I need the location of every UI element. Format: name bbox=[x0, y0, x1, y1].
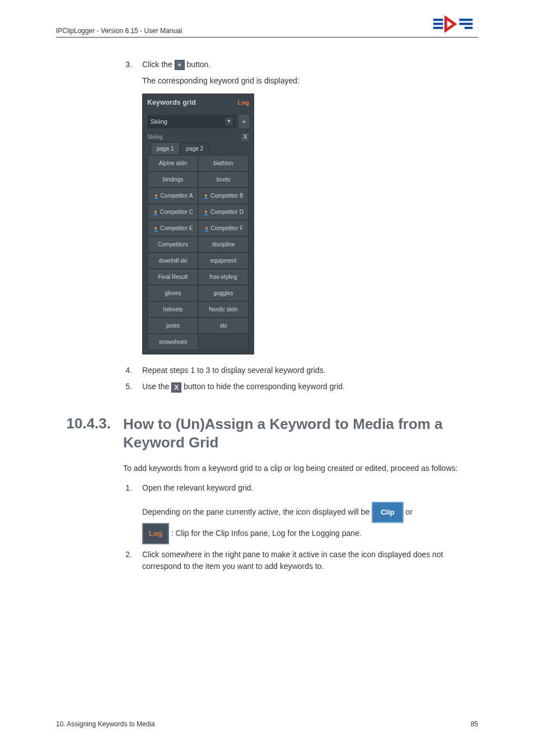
close-x-icon: X bbox=[171, 382, 181, 393]
grid-select-value: Skiing bbox=[151, 117, 167, 127]
keyword-cell[interactable]: bindings bbox=[148, 171, 198, 188]
keyword-label: Competitors bbox=[158, 240, 188, 249]
keyword-label: Competitor A bbox=[161, 192, 193, 200]
person-icon bbox=[203, 193, 209, 199]
panel-title: Keywords grid bbox=[147, 97, 196, 108]
keyword-cell[interactable]: poles bbox=[148, 318, 198, 334]
step-a: 1. Open the relevant keyword grid. Depen… bbox=[123, 482, 478, 544]
grid-select[interactable]: Skiing ▼ bbox=[147, 115, 236, 129]
keyword-cell[interactable]: Competitor D bbox=[198, 204, 249, 220]
keyword-label: Final Result bbox=[158, 273, 188, 281]
keyword-label: ski bbox=[220, 321, 227, 330]
keyword-cell[interactable]: Competitor A bbox=[148, 188, 198, 204]
keyword-cell[interactable]: Competitors bbox=[148, 236, 198, 253]
keyword-label: biathlon bbox=[213, 159, 233, 167]
svg-point-8 bbox=[154, 211, 157, 213]
keyword-cell[interactable]: ski bbox=[198, 318, 249, 334]
close-grid-button[interactable]: X bbox=[241, 133, 249, 141]
keyword-cell[interactable]: Competitor C bbox=[148, 204, 198, 220]
keyword-cell[interactable]: helmets bbox=[148, 301, 198, 318]
keyword-label: Competitor E bbox=[160, 224, 193, 232]
page-header: IPClipLogger - Version 6.15 - User Manua… bbox=[56, 27, 478, 38]
keyword-label: Nordic skiin bbox=[209, 305, 238, 314]
svg-rect-5 bbox=[465, 27, 472, 29]
keyword-label: Competitor C bbox=[160, 208, 193, 216]
plus-icon: + bbox=[175, 60, 185, 70]
step-subtext: The corresponding keyword grid is displa… bbox=[142, 75, 478, 87]
keyword-label: equipment bbox=[210, 256, 237, 265]
keyword-cell[interactable]: downhill ski bbox=[148, 253, 198, 269]
step-number: 1. bbox=[123, 482, 132, 544]
footer-left: 10. Assigning Keywords to Media bbox=[56, 720, 155, 728]
depending-mid: or bbox=[406, 507, 413, 516]
log-label: Log bbox=[238, 98, 249, 108]
footer-page-number: 85 bbox=[471, 720, 478, 728]
svg-rect-2 bbox=[433, 27, 443, 29]
step-text-after: button to hide the corresponding keyword… bbox=[184, 382, 345, 391]
keyword-label: discipline bbox=[212, 240, 235, 249]
svg-rect-4 bbox=[459, 23, 472, 25]
person-icon bbox=[204, 226, 209, 231]
depending-before: Depending on the pane currently active, … bbox=[142, 507, 372, 516]
step-3: 3. Click the + button. The corresponding… bbox=[123, 59, 478, 354]
keyword-cell[interactable]: gloves bbox=[148, 285, 198, 301]
person-icon bbox=[153, 226, 158, 231]
step-text: Click somewhere in the right pane to mak… bbox=[142, 549, 478, 572]
step-text-before: Use the bbox=[142, 382, 171, 391]
page-footer: 10. Assigning Keywords to Media 85 bbox=[56, 720, 478, 728]
keyword-cell[interactable]: Competitor E bbox=[148, 220, 198, 236]
step-number: 4. bbox=[123, 365, 132, 376]
step-text-before: Click the bbox=[142, 60, 175, 69]
step-text-after: button. bbox=[186, 60, 210, 69]
keyword-label: goggles bbox=[213, 289, 233, 297]
keyword-label: helmets bbox=[163, 305, 182, 314]
keyword-cell[interactable]: discipline bbox=[198, 236, 249, 253]
keyword-label: downhill ski bbox=[158, 256, 187, 265]
tab-page-1[interactable]: page 1 bbox=[151, 142, 180, 155]
keyword-cell[interactable]: Competitor B bbox=[198, 188, 249, 204]
depending-after: : Clip for the Clip Infos pane, Log for … bbox=[171, 529, 362, 538]
keyword-cell[interactable]: boots bbox=[198, 171, 249, 188]
svg-point-10 bbox=[154, 227, 157, 229]
svg-point-11 bbox=[205, 227, 208, 229]
person-icon bbox=[153, 193, 159, 199]
keyword-cell[interactable]: free-styling bbox=[198, 269, 249, 285]
add-grid-button[interactable]: + bbox=[239, 115, 249, 129]
log-badge: Log bbox=[142, 523, 169, 544]
keyword-label: Alpine skiin bbox=[159, 159, 188, 167]
evs-logo bbox=[433, 16, 478, 35]
keyword-cell[interactable]: snowshoes bbox=[148, 334, 198, 350]
step-4: 4. Repeat steps 1 to 3 to display severa… bbox=[123, 365, 478, 376]
keyword-cell[interactable]: biathlon bbox=[198, 155, 249, 171]
keyword-cell[interactable]: Final Result bbox=[148, 269, 198, 285]
tab-page-2[interactable]: page 2 bbox=[180, 142, 210, 155]
step-text: Open the relevant keyword grid. bbox=[142, 482, 478, 494]
person-icon bbox=[203, 209, 209, 215]
svg-rect-0 bbox=[433, 18, 443, 21]
section-title: How to (Un)Assign a Keyword to Media fro… bbox=[123, 415, 478, 451]
svg-point-9 bbox=[205, 211, 207, 213]
keyword-cell[interactable]: equipment bbox=[198, 253, 249, 269]
keyword-table: Alpine skiinbiathlonbindingsbootsCompeti… bbox=[147, 155, 249, 351]
keywords-grid-panel: Keywords grid Log Skiing ▼ + Skiing X pa… bbox=[142, 94, 254, 354]
keyword-cell[interactable]: Nordic skiin bbox=[198, 301, 249, 318]
svg-point-7 bbox=[205, 194, 207, 197]
keyword-cell[interactable]: Alpine skiin bbox=[148, 155, 198, 171]
step-b: 2. Click somewhere in the right pane to … bbox=[123, 549, 478, 572]
step-number: 2. bbox=[123, 549, 132, 572]
keyword-label: poles bbox=[166, 321, 180, 330]
clip-badge: Clip bbox=[372, 502, 404, 523]
keyword-label: Competitor D bbox=[210, 208, 243, 216]
step-number: 3. bbox=[123, 59, 132, 354]
keyword-cell[interactable]: Competitor F bbox=[198, 220, 249, 236]
keyword-label: Competitor B bbox=[210, 192, 243, 200]
step-5: 5. Use the X button to hide the correspo… bbox=[123, 381, 478, 393]
svg-point-6 bbox=[155, 194, 157, 197]
keyword-label: snowshoes bbox=[159, 338, 187, 346]
person-icon bbox=[153, 209, 158, 215]
section-number: 10.4.3. bbox=[57, 415, 111, 451]
keyword-label: gloves bbox=[165, 289, 181, 297]
grid-name: Skiing bbox=[147, 133, 162, 141]
keyword-cell[interactable]: goggles bbox=[198, 285, 249, 301]
keyword-label: free-styling bbox=[210, 273, 237, 281]
